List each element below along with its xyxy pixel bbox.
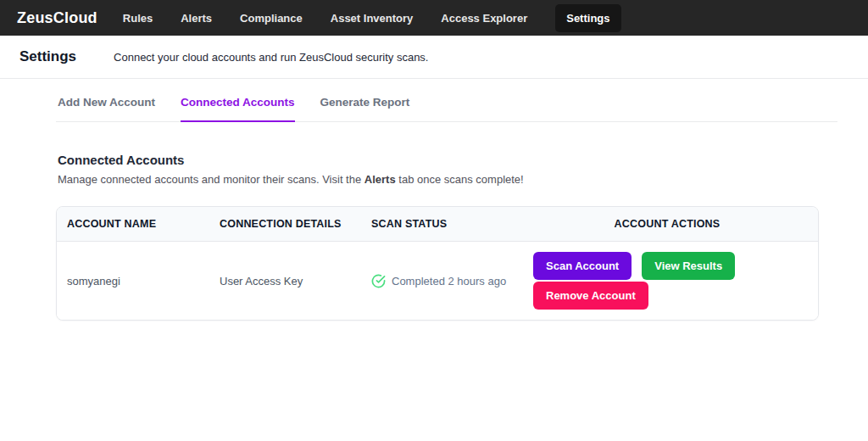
column-header-connection-details: CONNECTION DETAILS	[220, 218, 371, 230]
settings-tabs: Add New Account Connected Accounts Gener…	[56, 96, 837, 122]
scan-status-cell: Completed 2 hours ago	[371, 274, 526, 288]
section-title: Connected Accounts	[56, 153, 837, 167]
section-description-alerts: Alerts	[364, 173, 396, 186]
check-circle-icon	[371, 274, 386, 288]
scan-status-text: Completed 2 hours ago	[392, 275, 506, 287]
account-name-cell: somyanegi	[67, 275, 220, 287]
connected-accounts-table: ACCOUNT NAME CONNECTION DETAILS SCAN STA…	[56, 206, 819, 321]
page-header: Settings Connect your cloud accounts and…	[0, 36, 868, 79]
table-row: somyanegi User Access Key Completed 2 ho…	[57, 242, 818, 320]
nav-item-asset-inventory[interactable]: Asset Inventory	[331, 12, 414, 25]
tab-connected-accounts[interactable]: Connected Accounts	[181, 96, 295, 122]
brand-logo[interactable]: ZeusCloud	[17, 9, 97, 27]
page-title: Settings	[19, 48, 76, 65]
nav-item-rules[interactable]: Rules	[123, 12, 153, 25]
tab-add-new-account[interactable]: Add New Account	[58, 96, 155, 122]
nav-item-compliance[interactable]: Compliance	[240, 12, 303, 25]
column-header-account-name: ACCOUNT NAME	[67, 218, 220, 230]
section-description-prefix: Manage connected accounts and monitor th…	[58, 173, 364, 186]
column-header-account-actions: ACCOUNT ACTIONS	[526, 218, 808, 230]
remove-account-button[interactable]: Remove Account	[533, 282, 648, 310]
table-header-row: ACCOUNT NAME CONNECTION DETAILS SCAN STA…	[57, 207, 818, 242]
nav-item-access-explorer[interactable]: Access Explorer	[441, 12, 527, 25]
main-nav: Rules Alerts Compliance Asset Inventory …	[123, 4, 621, 32]
main-content: Add New Account Connected Accounts Gener…	[0, 96, 868, 321]
account-actions-cell: Scan Account View Results Remove Account	[526, 252, 808, 310]
view-results-button[interactable]: View Results	[642, 252, 735, 280]
column-header-scan-status: SCAN STATUS	[371, 218, 526, 230]
tab-generate-report[interactable]: Generate Report	[320, 96, 410, 122]
section-description: Manage connected accounts and monitor th…	[56, 173, 837, 186]
nav-item-alerts[interactable]: Alerts	[181, 12, 212, 25]
nav-item-settings[interactable]: Settings	[555, 4, 620, 32]
scan-account-button[interactable]: Scan Account	[533, 252, 632, 280]
section-description-suffix: tab once scans complete!	[396, 173, 524, 186]
page-subtitle: Connect your cloud accounts and run Zeus…	[114, 51, 428, 64]
connection-details-cell: User Access Key	[220, 275, 371, 287]
top-navbar: ZeusCloud Rules Alerts Compliance Asset …	[0, 0, 868, 36]
